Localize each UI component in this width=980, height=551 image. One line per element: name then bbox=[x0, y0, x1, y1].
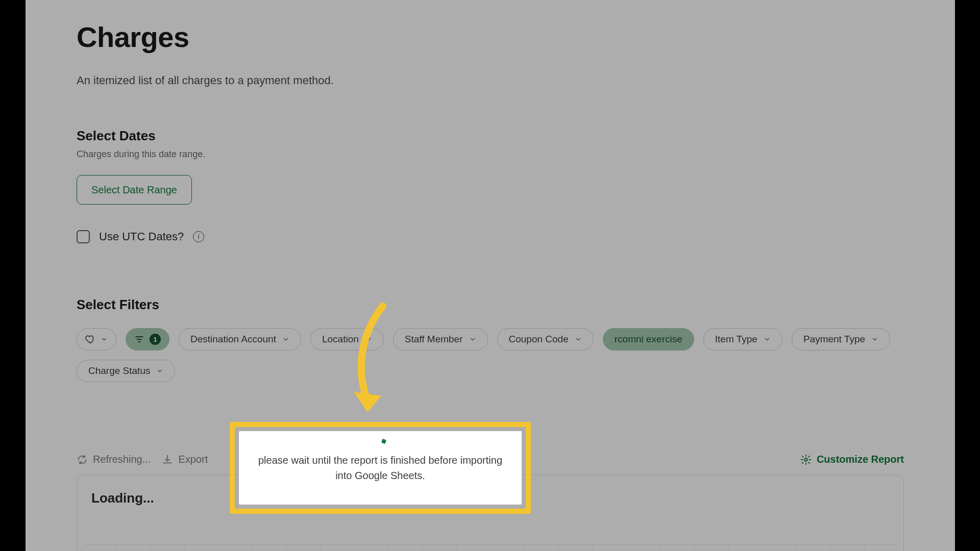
filter-label: rcomni exercise bbox=[615, 334, 682, 345]
filter-staff-member[interactable]: Staff Member bbox=[393, 328, 488, 350]
wait-popup-message: please wait until the report is finished… bbox=[258, 453, 503, 483]
page-title: Charges bbox=[77, 20, 904, 54]
filter-rcomni-exercise[interactable]: rcomni exercise bbox=[603, 328, 694, 350]
select-date-range-button[interactable]: Select Date Range bbox=[77, 175, 192, 205]
chevron-down-icon bbox=[575, 336, 582, 343]
filter-charge-status[interactable]: Charge Status bbox=[77, 360, 175, 382]
filter-label: Destination Account bbox=[190, 334, 276, 345]
filter-label: Payment Type bbox=[803, 334, 865, 345]
customize-report-label: Customize Report bbox=[817, 454, 904, 465]
select-dates-heading: Select Dates bbox=[77, 128, 904, 144]
table-column-ticks bbox=[82, 544, 898, 551]
chevron-down-icon bbox=[282, 336, 289, 343]
favorite-filter-button[interactable] bbox=[77, 328, 116, 350]
wait-popup: please wait until the report is finished… bbox=[239, 431, 522, 505]
chevron-down-icon bbox=[101, 336, 108, 343]
download-icon bbox=[162, 454, 173, 465]
heart-icon bbox=[85, 334, 95, 344]
refresh-button[interactable]: Refreshing... bbox=[77, 454, 151, 465]
filters-row: 1 Destination Account Location Staff Mem… bbox=[77, 328, 904, 382]
filter-label: Coupon Code bbox=[509, 334, 569, 345]
chevron-down-icon bbox=[469, 336, 476, 343]
filter-label: Charge Status bbox=[88, 365, 150, 377]
filter-label: Item Type bbox=[715, 334, 757, 345]
filter-location[interactable]: Location bbox=[310, 328, 384, 350]
select-filters-heading: Select Filters bbox=[77, 297, 904, 313]
filter-item-type[interactable]: Item Type bbox=[703, 328, 782, 350]
use-utc-label: Use UTC Dates? bbox=[99, 230, 184, 243]
export-label: Export bbox=[178, 454, 208, 465]
filter-label: Location bbox=[322, 334, 359, 345]
chevron-down-icon bbox=[156, 367, 163, 374]
export-button[interactable]: Export bbox=[162, 454, 208, 465]
filter-coupon-code[interactable]: Coupon Code bbox=[497, 328, 594, 350]
active-filters-button[interactable]: 1 bbox=[126, 328, 169, 350]
app-root: Charges An itemized list of all charges … bbox=[26, 0, 955, 551]
filter-destination-account[interactable]: Destination Account bbox=[179, 328, 301, 350]
refresh-icon bbox=[77, 454, 88, 465]
chevron-down-icon bbox=[365, 336, 372, 343]
refreshing-label: Refreshing... bbox=[93, 454, 151, 465]
chevron-down-icon bbox=[764, 336, 771, 343]
use-utc-checkbox[interactable] bbox=[77, 230, 90, 243]
info-icon[interactable]: i bbox=[193, 231, 204, 242]
svg-point-0 bbox=[804, 458, 807, 461]
spinner-icon bbox=[381, 439, 386, 444]
select-dates-hint: Charges during this date range. bbox=[77, 149, 904, 160]
select-date-range-label: Select Date Range bbox=[91, 184, 177, 196]
chevron-down-icon bbox=[871, 336, 878, 343]
filter-label: Staff Member bbox=[405, 334, 463, 345]
active-filters-badge: 1 bbox=[150, 334, 161, 345]
customize-report-button[interactable]: Customize Report bbox=[800, 454, 904, 465]
filter-icon bbox=[134, 334, 144, 344]
gear-icon bbox=[800, 454, 812, 465]
filter-payment-type[interactable]: Payment Type bbox=[792, 328, 890, 350]
page-subtitle: An itemized list of all charges to a pay… bbox=[77, 74, 904, 87]
